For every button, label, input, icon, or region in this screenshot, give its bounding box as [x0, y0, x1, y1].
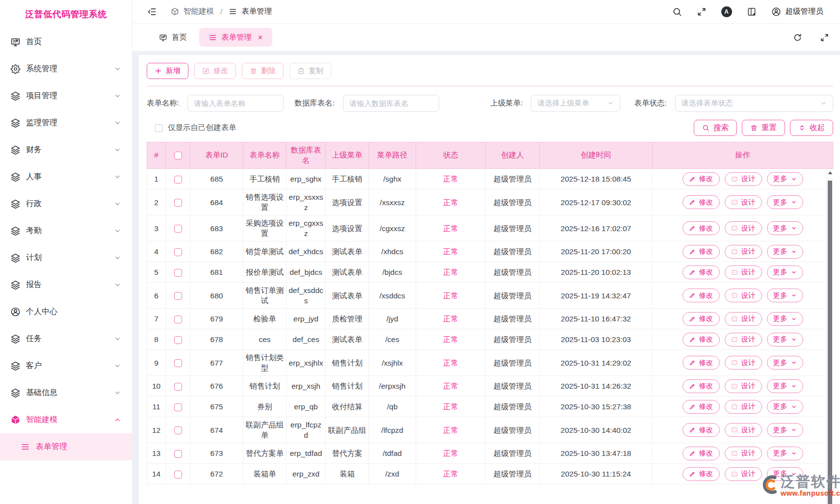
row-edit-button[interactable]: 修改 [682, 423, 720, 437]
row-edit-button[interactable]: 修改 [682, 400, 720, 414]
row-edit-button[interactable]: 修改 [682, 467, 720, 481]
row-design-button[interactable]: 设计 [725, 245, 762, 259]
sidebar-item-basic-info[interactable]: 基础信息 [0, 379, 132, 406]
row-design-button[interactable]: 设计 [725, 312, 762, 326]
row-more-button[interactable]: 更多 [767, 333, 803, 346]
refresh-icon[interactable] [793, 33, 802, 42]
add-button[interactable]: 新增 [147, 63, 188, 79]
search-icon[interactable] [672, 7, 682, 17]
layout-theme-icon[interactable] [747, 7, 757, 17]
sidebar-item-customer[interactable]: 客户 [0, 352, 132, 379]
row-edit-button[interactable]: 修改 [682, 447, 720, 460]
row-design-button[interactable]: 设计 [725, 423, 762, 437]
row-edit-button[interactable]: 修改 [682, 312, 720, 326]
row-edit-button[interactable]: 修改 [682, 195, 720, 209]
sidebar-collapse-icon[interactable] [147, 7, 157, 17]
table-scrollbar[interactable] [826, 169, 833, 504]
row-more-button[interactable]: 更多 [767, 423, 803, 437]
row-checkbox[interactable] [174, 176, 182, 184]
select-all-checkbox[interactable] [174, 152, 182, 159]
row-edit-button[interactable]: 修改 [682, 221, 720, 235]
row-edit-button[interactable]: 修改 [682, 333, 720, 346]
row-checkbox[interactable] [174, 336, 182, 344]
row-edit-button[interactable]: 修改 [682, 245, 720, 259]
collapse-button[interactable]: 收起 [790, 120, 833, 136]
row-more-button[interactable]: 更多 [767, 447, 803, 460]
sidebar-item-report[interactable]: 报告 [0, 271, 132, 298]
sidebar-item-form-management[interactable]: 表单管理 [0, 433, 132, 460]
row-more-button[interactable]: 更多 [767, 312, 803, 326]
row-checkbox[interactable] [174, 359, 182, 367]
row-checkbox[interactable] [174, 471, 182, 478]
row-more-button[interactable]: 更多 [767, 265, 803, 279]
sidebar-item-finance[interactable]: 财务 [0, 136, 132, 163]
row-more-button[interactable]: 更多 [767, 379, 803, 393]
row-more-button[interactable]: 更多 [767, 289, 803, 302]
row-more-button[interactable]: 更多 [767, 172, 803, 186]
fullscreen-content-icon[interactable] [820, 33, 829, 42]
font-size-badge[interactable]: A [721, 6, 732, 17]
sidebar-item-hr[interactable]: 人事 [0, 163, 132, 190]
sidebar-item-home[interactable]: 首页 [0, 28, 132, 55]
row-design-button[interactable]: 设计 [725, 467, 762, 481]
row-edit-button[interactable]: 修改 [682, 289, 720, 302]
row-design-button[interactable]: 设计 [725, 172, 762, 186]
row-more-button[interactable]: 更多 [767, 400, 803, 414]
row-more-button[interactable]: 更多 [767, 221, 803, 235]
form-status-select[interactable]: 请选择表单状态 [675, 95, 833, 112]
row-more-button[interactable]: 更多 [767, 467, 803, 481]
sidebar-item-smart-modeling[interactable]: 智能建模 [0, 406, 132, 433]
tab-form-management[interactable]: 表单管理✕ [199, 28, 272, 47]
copy-button[interactable]: 复制 [289, 63, 331, 79]
sidebar-item-attendance[interactable]: 考勤 [0, 217, 132, 244]
row-design-button[interactable]: 设计 [725, 400, 762, 414]
row-edit-button[interactable]: 修改 [682, 379, 720, 393]
row-edit-button[interactable]: 修改 [682, 265, 720, 279]
reset-button[interactable]: 重置 [742, 120, 785, 136]
row-design-button[interactable]: 设计 [725, 195, 762, 209]
row-checkbox[interactable] [174, 450, 182, 458]
row-design-button[interactable]: 设计 [725, 447, 762, 460]
row-design-button[interactable]: 设计 [725, 333, 762, 346]
edit-button[interactable]: 修改 [194, 63, 236, 79]
own-only-checkbox[interactable] [155, 124, 163, 132]
row-checkbox[interactable] [174, 199, 182, 207]
db-table-name-input[interactable] [343, 95, 439, 112]
row-checkbox[interactable] [174, 316, 182, 323]
row-design-button[interactable]: 设计 [725, 265, 762, 279]
row-more-button[interactable]: 更多 [767, 245, 803, 259]
sidebar-item-personal-center[interactable]: 个人中心 [0, 298, 132, 325]
fullscreen-icon[interactable] [697, 7, 707, 17]
scrollbar-thumb[interactable] [828, 181, 832, 504]
breadcrumb-parent[interactable]: 智能建模 [184, 6, 214, 17]
row-more-button[interactable]: 更多 [767, 356, 803, 370]
row-design-button[interactable]: 设计 [725, 379, 762, 393]
row-design-button[interactable]: 设计 [725, 356, 762, 370]
search-button[interactable]: 搜索 [694, 120, 737, 136]
row-checkbox[interactable] [174, 426, 182, 434]
tab-home[interactable]: 首页 [150, 28, 196, 47]
row-design-button[interactable]: 设计 [725, 289, 762, 302]
sidebar-item-project[interactable]: 项目管理 [0, 82, 132, 109]
row-checkbox[interactable] [174, 269, 182, 277]
parent-menu-select[interactable]: 请选择上级菜单 [531, 95, 620, 112]
row-checkbox[interactable] [174, 383, 182, 391]
sidebar-item-administration[interactable]: 行政 [0, 190, 132, 217]
row-more-button[interactable]: 更多 [767, 195, 803, 209]
delete-button[interactable]: 删除 [242, 63, 284, 79]
form-name-input[interactable] [187, 95, 284, 112]
scroll-up-arrow-icon[interactable] [827, 169, 833, 177]
row-checkbox[interactable] [174, 248, 182, 256]
row-edit-button[interactable]: 修改 [682, 356, 720, 370]
tab-close-icon[interactable]: ✕ [258, 34, 263, 41]
row-design-button[interactable]: 设计 [725, 221, 762, 235]
sidebar-item-task[interactable]: 任务 [0, 325, 132, 352]
user-menu[interactable]: 超级管理员 [771, 6, 824, 17]
sidebar-item-supervision[interactable]: 监理管理 [0, 109, 132, 136]
sidebar-item-plan[interactable]: 计划 [0, 244, 132, 271]
row-checkbox[interactable] [174, 225, 182, 233]
sidebar-item-system[interactable]: 系统管理 [0, 55, 132, 82]
row-checkbox[interactable] [174, 292, 182, 300]
row-checkbox[interactable] [174, 403, 182, 411]
row-edit-button[interactable]: 修改 [682, 172, 720, 186]
